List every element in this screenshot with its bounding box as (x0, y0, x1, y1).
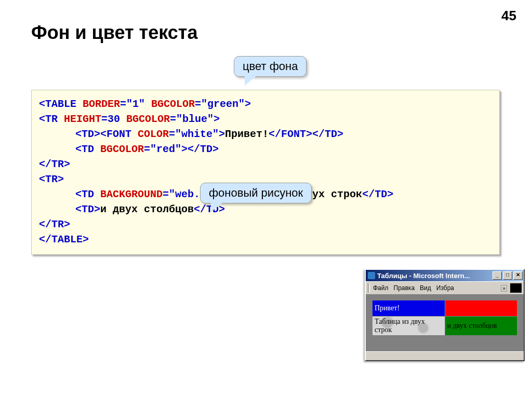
code: <TD> (75, 128, 100, 140)
cell-webbg: Таблица из двух строк (373, 317, 445, 336)
demo-table: Привет! Таблица из двух строк и двух сто… (372, 300, 517, 336)
code: BACKGROUND (100, 188, 163, 200)
chevron-icon[interactable]: » (501, 285, 507, 292)
browser-window: Таблицы - Microsoft Intern... _ □ ✕ Файл… (365, 269, 525, 361)
code: HEIGHT (64, 113, 101, 125)
menu-favorites[interactable]: Избра (436, 284, 459, 292)
code: ="red"> (144, 143, 188, 155)
table-row: Привет! (373, 300, 517, 317)
code: <TR (39, 113, 64, 125)
cell-green: и двух столбцов (445, 317, 517, 336)
menu-file[interactable]: Файл (373, 284, 389, 292)
statusbar (366, 351, 524, 360)
code: <TD> (75, 203, 100, 215)
code: <TD (75, 188, 100, 200)
close-button[interactable]: ✕ (513, 271, 523, 280)
code: BGCOLOR (151, 98, 195, 110)
client-area: Привет! Таблица из двух строк и двух сто… (366, 295, 524, 351)
page-number: 45 (501, 8, 516, 24)
menu-view[interactable]: Вид (420, 284, 431, 292)
callout-bgimage: фоновый рисунок (200, 183, 312, 203)
cell-red (445, 300, 517, 317)
code: </TD> (362, 188, 393, 200)
code: </TD> (312, 128, 343, 140)
cell-hello: Привет! (373, 300, 445, 317)
code: BGCOLOR (126, 113, 170, 125)
window-title: Таблицы - Microsoft Intern... (377, 272, 491, 280)
maximize-button[interactable]: □ (503, 271, 512, 280)
code: ="1" (120, 98, 151, 110)
table-row: Таблица из двух строк и двух столбцов (373, 317, 517, 336)
code: BORDER (83, 98, 120, 110)
code: ="white"> (169, 128, 225, 140)
code: </TD> (188, 143, 219, 155)
titlebar[interactable]: Таблицы - Microsoft Intern... _ □ ✕ (366, 270, 524, 281)
ie-icon (368, 272, 375, 279)
menubar: Файл Правка Вид Избра » (366, 281, 524, 295)
slide-title: Фон и цвет текста (31, 22, 197, 44)
code: =30 (101, 113, 126, 125)
code: <TABLE (39, 98, 83, 110)
code: </FONT> (269, 128, 312, 140)
minimize-button[interactable]: _ (493, 271, 502, 280)
code-block: <TABLE BORDER="1" BGCOLOR="green"> <TR H… (31, 90, 500, 255)
code: ="blue"> (170, 113, 220, 125)
code: Привет! (225, 128, 269, 140)
code: </TR> (39, 158, 70, 170)
menu-edit[interactable]: Правка (394, 284, 415, 292)
ie-logo-icon (510, 283, 522, 293)
code: COLOR (138, 128, 169, 140)
code: и двух столбцов (100, 203, 194, 215)
code: ="green"> (195, 98, 251, 110)
grip-icon (368, 283, 370, 293)
code: <TR> (39, 173, 64, 185)
code: <FONT (100, 128, 138, 140)
code: </TABLE> (39, 234, 89, 245)
code: </TR> (39, 218, 70, 230)
code: <TD (75, 143, 100, 155)
code: BGCOLOR (100, 143, 144, 155)
callout-bgcolor: цвет фона (234, 56, 307, 77)
